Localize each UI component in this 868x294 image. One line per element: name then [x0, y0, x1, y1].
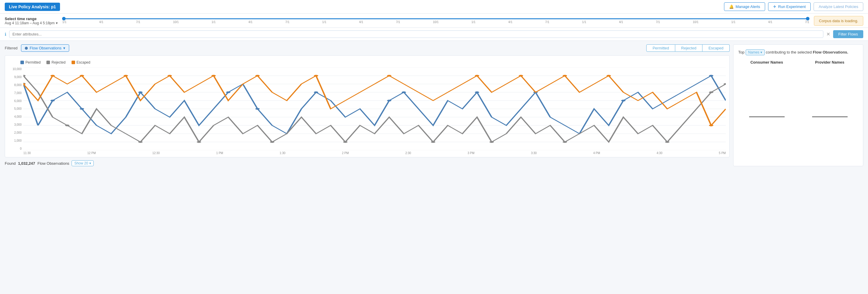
legend-escaped: Escaped: [71, 60, 90, 64]
svg-point-26: [138, 141, 143, 143]
manage-alerts-button[interactable]: 🔔 Manage Alerts: [724, 2, 765, 11]
legend-orange-dot: [71, 61, 75, 64]
svg-point-28: [270, 141, 274, 143]
svg-point-31: [490, 141, 494, 143]
time-range-bar: Select time range Aug 4 11:18am – Aug 4 …: [0, 13, 868, 28]
filter-bar: ℹ ✕ Filter Flows: [0, 28, 868, 41]
live-policy-badge: Live Policy Analysis: p1: [5, 3, 60, 11]
svg-point-47: [563, 75, 567, 77]
time-range-label: Select time range: [5, 17, 58, 21]
legend-rejected: Rejected: [46, 60, 65, 64]
svg-point-43: [314, 75, 318, 77]
provider-bar-container: [801, 69, 858, 117]
svg-point-48: [607, 75, 611, 77]
filtered-label: Filtered: [5, 46, 18, 50]
svg-point-13: [80, 108, 84, 110]
clear-icon[interactable]: ✕: [826, 31, 830, 37]
consumer-bar-container: [738, 69, 795, 117]
svg-point-19: [402, 91, 406, 93]
svg-point-20: [475, 91, 479, 93]
chart-container: Permitted Rejected Escaped 10,0009,0008,…: [5, 55, 730, 157]
header-actions: 🔔 Manage Alerts ✈ Run Experiment Analyze…: [724, 2, 863, 11]
provider-bar: [812, 117, 847, 117]
experiment-icon: ✈: [773, 4, 776, 9]
main-content: Filtered Flow Observations ▾ Permitted R…: [0, 41, 868, 170]
filter-input-wrap: [9, 30, 824, 38]
svg-point-40: [167, 75, 172, 77]
svg-point-24: [23, 75, 25, 77]
header-bar: Live Policy Analysis: p1 🔔 Manage Alerts…: [0, 0, 868, 13]
filter-tabs: Permitted Rejected Escaped: [646, 45, 730, 52]
svg-point-18: [387, 100, 392, 101]
svg-point-49: [709, 124, 713, 126]
right-panel-cols: Consumer Names Provider Names: [738, 60, 858, 117]
svg-point-34: [709, 91, 713, 93]
svg-point-37: [51, 75, 55, 77]
svg-point-41: [211, 75, 216, 77]
x-axis: 11:3012 PM12:301 PM 1:302 PM2:303 PM 3:3…: [8, 151, 726, 155]
names-select-button[interactable]: Names ▾: [746, 50, 765, 55]
svg-point-33: [665, 141, 670, 143]
left-panel: Filtered Flow Observations ▾ Permitted R…: [5, 45, 730, 166]
tab-rejected[interactable]: Rejected: [675, 45, 703, 52]
filter-flows-button[interactable]: Filter Flows: [833, 30, 863, 38]
provider-col: Provider Names: [801, 60, 858, 117]
svg-point-44: [387, 75, 392, 77]
svg-point-23: [709, 75, 713, 77]
chevron-down-icon: ▾: [89, 161, 91, 165]
analyze-latest-button[interactable]: Analyze Latest Policies: [814, 2, 863, 11]
svg-point-25: [65, 124, 69, 126]
svg-point-32: [563, 141, 567, 143]
run-experiment-button[interactable]: ✈ Run Experiment: [768, 2, 811, 11]
right-panel-header: Top Names ▾ contributing to the selected…: [738, 50, 858, 55]
svg-point-39: [124, 75, 128, 77]
flow-dot: [25, 47, 28, 50]
corpus-loading-badge: Corpus data is loading.: [814, 16, 863, 26]
line-chart-svg: [23, 67, 726, 150]
chart-area: 10,0009,0008,0007,000 6,0005,0004,0003,0…: [8, 67, 726, 150]
chevron-down-icon: ▾: [63, 46, 65, 50]
time-range-sublabel[interactable]: Aug 4 11:18am – Aug 4 5:18pm ▾: [5, 21, 58, 25]
svg-point-17: [314, 91, 318, 93]
chart-legend: Permitted Rejected Escaped: [8, 60, 726, 64]
svg-point-46: [519, 75, 523, 77]
svg-point-29: [343, 141, 348, 143]
chevron-down-icon: ▾: [56, 21, 58, 25]
svg-point-16: [255, 108, 260, 110]
svg-point-42: [255, 75, 260, 77]
svg-point-12: [51, 100, 55, 101]
chevron-down-icon: ▾: [761, 50, 762, 54]
flow-observations-button[interactable]: Flow Observations ▾: [21, 45, 69, 52]
legend-blue-dot: [21, 61, 24, 64]
svg-point-22: [621, 100, 626, 101]
legend-permitted: Permitted: [21, 60, 40, 64]
right-panel: Top Names ▾ contributing to the selected…: [733, 45, 863, 166]
found-row: Found 1,032,247 Flow Observations Show 2…: [5, 160, 730, 166]
svg-point-14: [138, 91, 143, 93]
tab-escaped[interactable]: Escaped: [703, 45, 730, 52]
consumer-col: Consumer Names: [738, 60, 795, 117]
filtered-row: Filtered Flow Observations ▾ Permitted R…: [5, 45, 730, 52]
svg-point-38: [80, 75, 84, 77]
attributes-input[interactable]: [12, 32, 820, 36]
consumer-bar: [749, 117, 785, 117]
time-range-slider[interactable]: [62, 18, 809, 19]
bell-icon: 🔔: [729, 4, 734, 9]
chart-plot: [23, 67, 726, 150]
info-icon: ℹ: [5, 32, 6, 37]
tab-permitted[interactable]: Permitted: [646, 45, 675, 52]
svg-point-15: [226, 91, 230, 93]
time-labels: 1/14/17/110/1 1/14/17/1 1/14/17/110/1 1/…: [62, 21, 809, 24]
show-select[interactable]: Show 20 ▾: [71, 160, 94, 166]
svg-point-45: [475, 75, 479, 77]
svg-point-27: [197, 141, 201, 143]
legend-gray-dot: [46, 61, 50, 64]
svg-point-30: [431, 141, 435, 143]
provider-col-title: Provider Names: [801, 60, 858, 64]
y-axis: 10,0009,0008,0007,000 6,0005,0004,0003,0…: [8, 67, 23, 150]
consumer-col-title: Consumer Names: [738, 60, 795, 64]
